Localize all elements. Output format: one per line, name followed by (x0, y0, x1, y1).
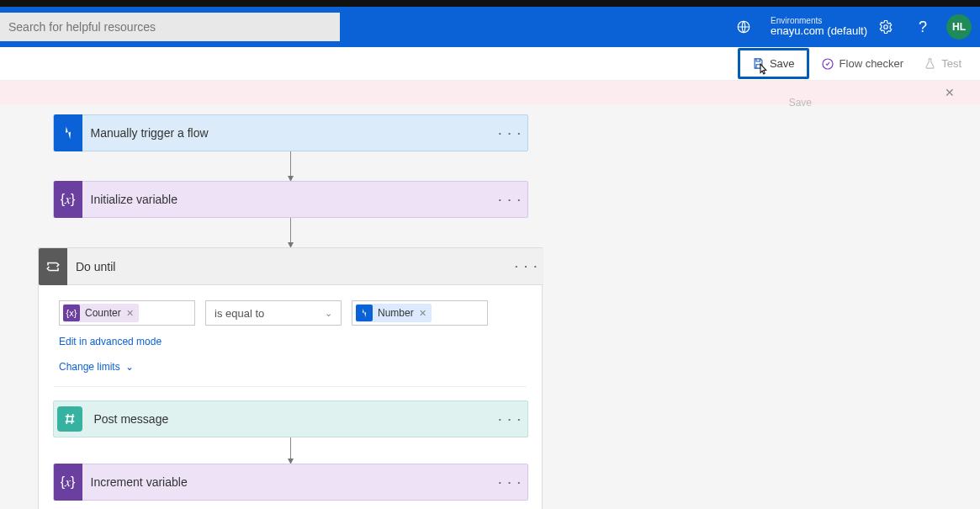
divider (54, 386, 527, 387)
step-menu-icon[interactable]: · · · (494, 127, 527, 140)
environment-name: enayu.com (default) (771, 25, 867, 37)
search-box[interactable] (0, 13, 340, 41)
notice-bar: ✕ (0, 81, 980, 104)
close-icon[interactable]: ✕ (945, 86, 955, 99)
step-trigger[interactable]: Manually trigger a flow · · · (53, 114, 528, 151)
step-do-until[interactable]: Do until · · · (39, 248, 543, 285)
arrow-icon: ▾ (288, 437, 294, 464)
step-increment-variable[interactable]: {𝑥} Increment variable · · · (53, 464, 528, 501)
step-menu-icon[interactable]: · · · (494, 413, 527, 426)
test-icon (924, 57, 936, 70)
trigger-icon (54, 114, 82, 151)
flow-checker-label: Flow checker (840, 57, 904, 70)
toolbar: Save Flow checker Test (0, 47, 980, 81)
avatar[interactable]: HL (946, 14, 972, 40)
condition-row: {x} Counter ✕ is equal to ⌄ Number ✕ (39, 285, 542, 329)
step-menu-icon[interactable]: · · · (510, 260, 543, 273)
operator-label: is equal to (215, 307, 264, 320)
hashtag-icon (57, 406, 82, 432)
change-limits-label: Change limits (59, 361, 120, 373)
remove-token-icon[interactable]: ✕ (126, 308, 134, 319)
save-button[interactable]: Save (738, 48, 809, 79)
arrow-icon: ▾ (288, 151, 294, 181)
chevron-down-icon: ⌄ (125, 361, 134, 373)
token-number-label: Number (378, 307, 414, 319)
save-label: Save (770, 57, 795, 70)
test-button[interactable]: Test (915, 52, 970, 75)
svg-point-1 (884, 25, 888, 29)
gear-icon[interactable] (872, 13, 899, 40)
variable-icon: {𝑥} (54, 181, 82, 218)
variable-icon: {x} (63, 305, 80, 321)
token-counter[interactable]: {x} Counter ✕ (63, 304, 139, 322)
environment-label: Environments (771, 16, 867, 25)
step-do-until-title: Do until (67, 260, 510, 273)
environment-selector[interactable]: Environments enayu.com (default) (725, 13, 867, 40)
edit-advanced-mode-link[interactable]: Edit in advanced mode (39, 329, 542, 354)
environment-icon (730, 13, 757, 40)
step-post-message-title: Post message (86, 412, 494, 426)
save-tooltip: Save (789, 97, 812, 109)
condition-right[interactable]: Number ✕ (352, 300, 488, 326)
change-limits-link[interactable]: Change limits ⌄ (39, 354, 542, 379)
search-input[interactable] (8, 20, 331, 34)
condition-left[interactable]: {x} Counter ✕ (59, 300, 195, 326)
step-post-message[interactable]: Post message · · · (53, 400, 528, 437)
save-icon (752, 57, 765, 70)
step-inc-var-title: Increment variable (82, 475, 494, 489)
do-until-card: Do until · · · {x} Counter ✕ is equal to… (38, 247, 543, 509)
step-trigger-title: Manually trigger a flow (82, 126, 494, 140)
chevron-down-icon: ⌄ (325, 308, 332, 319)
app-header: Environments enayu.com (default) ? HL (0, 7, 980, 47)
flow-checker-button[interactable]: Flow checker (813, 52, 913, 76)
help-icon[interactable]: ? (909, 13, 936, 40)
condition-operator[interactable]: is equal to ⌄ (205, 300, 342, 326)
flow-checker-icon (821, 57, 834, 71)
step-menu-icon[interactable]: · · · (494, 476, 527, 489)
token-counter-label: Counter (85, 307, 121, 319)
remove-token-icon[interactable]: ✕ (419, 308, 426, 319)
token-number[interactable]: Number ✕ (356, 304, 432, 322)
flow-canvas: Manually trigger a flow · · · ▾ {𝑥} Init… (0, 104, 580, 509)
step-menu-icon[interactable]: · · · (494, 194, 527, 206)
step-init-var-title: Initialize variable (82, 193, 494, 206)
arrow-icon: ▾ (288, 218, 294, 247)
step-initialize-variable[interactable]: {𝑥} Initialize variable · · · (53, 181, 528, 218)
loop-icon (39, 248, 67, 285)
input-icon (356, 305, 373, 321)
test-label: Test (941, 57, 961, 70)
variable-icon: {𝑥} (54, 464, 82, 501)
